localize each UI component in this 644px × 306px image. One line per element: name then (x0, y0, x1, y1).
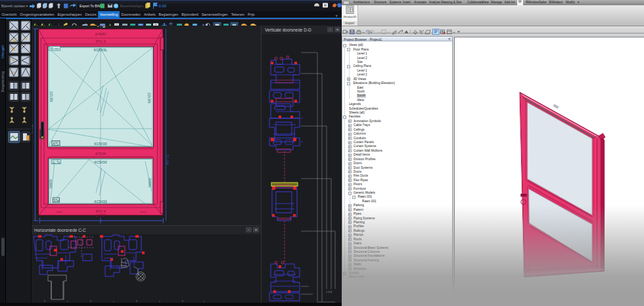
svg-text:57a: 57a (54, 199, 59, 202)
svg-text:ΔL.5a: ΔL.5a (53, 161, 60, 164)
svg-text:amm: amm (57, 210, 63, 213)
svg-text:amm: amm (141, 210, 147, 213)
svg-text:5/8/33: 5/8/33 (49, 179, 53, 188)
svg-text:477 | 1: 477 | 1 (166, 155, 170, 165)
svg-text:A: A (405, 30, 408, 34)
svg-text:473 | 4: 473 | 4 (95, 209, 105, 213)
svg-text:1 3 8: 1 3 8 (326, 290, 333, 294)
svg-text:6C5/I33: 6C5/I33 (94, 142, 106, 146)
svg-text:Window3D: Window3D (343, 15, 356, 18)
svg-text:9C83/3L: 9C83/3L (94, 48, 108, 52)
svg-text:6Δ7/23: 6Δ7/23 (147, 93, 151, 103)
svg-text:Δ/4067: Δ/4067 (96, 214, 106, 217)
svg-text:Δ7C: Δ7C (53, 142, 60, 145)
svg-text:5/8/33: 5/8/33 (148, 178, 152, 187)
svg-text:6Δ7/23: 6Δ7/23 (49, 91, 53, 102)
svg-text:6C5/I33: 6C5/I33 (94, 200, 106, 204)
svg-text:477/11: 477/11 (32, 124, 34, 134)
svg-text:56 mm: 56 mm (50, 47, 59, 51)
svg-text:473 | 4: 473 | 4 (95, 39, 105, 43)
svg-text:6C5/I33: 6C5/I33 (94, 160, 106, 164)
svg-text:Δ73.04: Δ73.04 (95, 152, 106, 156)
svg-text:Δ*4067: Δ*4067 (95, 32, 106, 36)
